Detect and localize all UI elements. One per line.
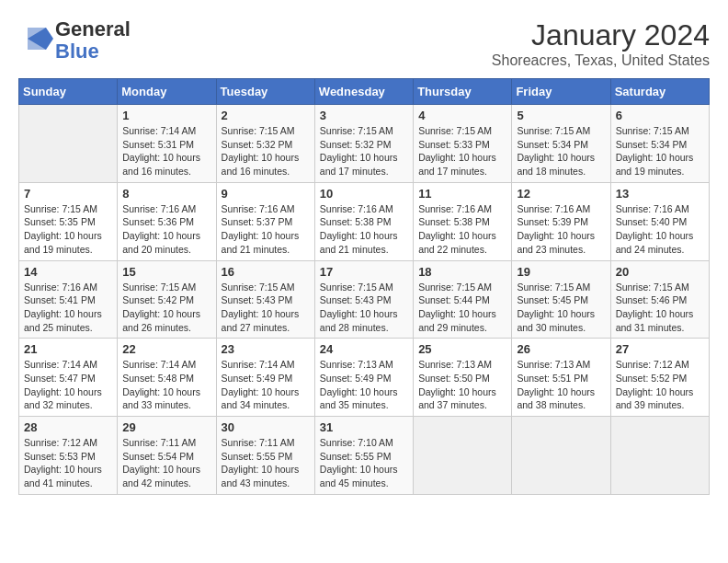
day-number: 23 <box>222 342 310 356</box>
day-number: 31 <box>320 420 408 434</box>
day-info: Sunrise: 7:15 AMSunset: 5:43 PMDaylight:… <box>222 281 310 335</box>
day-cell: 8Sunrise: 7:16 AMSunset: 5:36 PMDaylight… <box>118 182 216 260</box>
day-number: 3 <box>320 109 408 122</box>
day-number: 14 <box>24 265 112 279</box>
header-cell-wednesday: Wednesday <box>314 79 413 105</box>
day-info: Sunrise: 7:15 AMSunset: 5:42 PMDaylight:… <box>122 281 210 335</box>
day-cell: 27Sunrise: 7:12 AMSunset: 5:52 PMDayligh… <box>610 339 709 417</box>
day-number: 21 <box>24 342 112 356</box>
header-row: SundayMondayTuesdayWednesdayThursdayFrid… <box>19 79 710 105</box>
calendar-table: SundayMondayTuesdayWednesdayThursdayFrid… <box>18 78 710 495</box>
day-cell: 6Sunrise: 7:15 AMSunset: 5:34 PMDaylight… <box>610 105 709 183</box>
day-info: Sunrise: 7:11 AMSunset: 5:55 PMDaylight:… <box>222 436 310 490</box>
day-info: Sunrise: 7:10 AMSunset: 5:55 PMDaylight:… <box>320 436 408 490</box>
day-cell: 17Sunrise: 7:15 AMSunset: 5:43 PMDayligh… <box>314 260 413 339</box>
day-cell: 3Sunrise: 7:15 AMSunset: 5:32 PMDaylight… <box>314 105 413 183</box>
page-header: General Blue January 2024 Shoreacres, Te… <box>18 18 710 69</box>
day-cell: 12Sunrise: 7:16 AMSunset: 5:39 PMDayligh… <box>512 182 610 260</box>
day-cell <box>19 105 118 183</box>
day-info: Sunrise: 7:15 AMSunset: 5:35 PMDaylight:… <box>24 202 112 257</box>
day-info: Sunrise: 7:13 AMSunset: 5:50 PMDaylight:… <box>418 358 506 412</box>
day-cell: 18Sunrise: 7:15 AMSunset: 5:44 PMDayligh… <box>414 260 512 339</box>
day-cell: 13Sunrise: 7:16 AMSunset: 5:40 PMDayligh… <box>610 182 709 260</box>
day-number: 13 <box>616 187 704 201</box>
day-info: Sunrise: 7:15 AMSunset: 5:44 PMDaylight:… <box>418 281 506 335</box>
day-number: 18 <box>418 265 506 279</box>
day-number: 15 <box>122 265 210 279</box>
day-cell <box>512 417 610 495</box>
day-number: 4 <box>418 109 506 122</box>
day-number: 9 <box>222 187 310 201</box>
day-number: 27 <box>616 342 704 356</box>
day-info: Sunrise: 7:12 AMSunset: 5:53 PMDaylight:… <box>24 436 112 490</box>
day-info: Sunrise: 7:16 AMSunset: 5:41 PMDaylight:… <box>24 281 112 335</box>
day-number: 19 <box>517 265 605 279</box>
day-cell: 22Sunrise: 7:14 AMSunset: 5:48 PMDayligh… <box>118 339 216 417</box>
day-number: 16 <box>222 265 310 279</box>
day-number: 17 <box>320 265 408 279</box>
day-cell: 9Sunrise: 7:16 AMSunset: 5:37 PMDaylight… <box>216 182 314 260</box>
day-cell: 10Sunrise: 7:16 AMSunset: 5:38 PMDayligh… <box>314 182 413 260</box>
day-info: Sunrise: 7:15 AMSunset: 5:34 PMDaylight:… <box>616 124 704 178</box>
day-info: Sunrise: 7:13 AMSunset: 5:51 PMDaylight:… <box>517 358 605 412</box>
calendar-body: 1Sunrise: 7:14 AMSunset: 5:31 PMDaylight… <box>19 105 710 495</box>
logo: General Blue <box>18 18 131 63</box>
day-number: 10 <box>320 187 408 201</box>
calendar-subtitle: Shoreacres, Texas, United States <box>492 52 710 69</box>
day-info: Sunrise: 7:11 AMSunset: 5:54 PMDaylight:… <box>122 436 210 490</box>
day-cell: 24Sunrise: 7:13 AMSunset: 5:49 PMDayligh… <box>314 339 413 417</box>
day-cell: 1Sunrise: 7:14 AMSunset: 5:31 PMDaylight… <box>118 105 216 183</box>
day-info: Sunrise: 7:16 AMSunset: 5:40 PMDaylight:… <box>616 202 704 257</box>
title-block: January 2024 Shoreacres, Texas, United S… <box>492 18 710 69</box>
day-cell: 26Sunrise: 7:13 AMSunset: 5:51 PMDayligh… <box>512 339 610 417</box>
day-cell: 7Sunrise: 7:15 AMSunset: 5:35 PMDaylight… <box>19 182 118 260</box>
day-number: 11 <box>418 187 506 201</box>
day-number: 1 <box>122 109 210 122</box>
day-number: 29 <box>122 420 210 434</box>
week-row-3: 14Sunrise: 7:16 AMSunset: 5:41 PMDayligh… <box>19 260 710 339</box>
day-info: Sunrise: 7:15 AMSunset: 5:32 PMDaylight:… <box>320 124 408 178</box>
calendar-header: SundayMondayTuesdayWednesdayThursdayFrid… <box>19 79 710 105</box>
header-cell-thursday: Thursday <box>414 79 512 105</box>
day-info: Sunrise: 7:15 AMSunset: 5:32 PMDaylight:… <box>222 124 310 178</box>
day-cell: 29Sunrise: 7:11 AMSunset: 5:54 PMDayligh… <box>118 417 216 495</box>
week-row-5: 28Sunrise: 7:12 AMSunset: 5:53 PMDayligh… <box>19 417 710 495</box>
day-number: 7 <box>24 187 112 201</box>
day-number: 12 <box>517 187 605 201</box>
day-cell: 23Sunrise: 7:14 AMSunset: 5:49 PMDayligh… <box>216 339 314 417</box>
day-info: Sunrise: 7:16 AMSunset: 5:38 PMDaylight:… <box>320 202 408 257</box>
day-info: Sunrise: 7:16 AMSunset: 5:37 PMDaylight:… <box>222 202 310 257</box>
day-info: Sunrise: 7:15 AMSunset: 5:46 PMDaylight:… <box>616 281 704 335</box>
day-info: Sunrise: 7:14 AMSunset: 5:48 PMDaylight:… <box>122 358 210 412</box>
header-cell-tuesday: Tuesday <box>216 79 314 105</box>
day-cell: 19Sunrise: 7:15 AMSunset: 5:45 PMDayligh… <box>512 260 610 339</box>
day-number: 8 <box>122 187 210 201</box>
day-cell: 31Sunrise: 7:10 AMSunset: 5:55 PMDayligh… <box>314 417 413 495</box>
day-cell: 4Sunrise: 7:15 AMSunset: 5:33 PMDaylight… <box>414 105 512 183</box>
day-number: 2 <box>222 109 310 122</box>
day-number: 20 <box>616 265 704 279</box>
week-row-1: 1Sunrise: 7:14 AMSunset: 5:31 PMDaylight… <box>19 105 710 183</box>
logo-icon <box>18 20 55 57</box>
day-cell: 11Sunrise: 7:16 AMSunset: 5:38 PMDayligh… <box>414 182 512 260</box>
day-info: Sunrise: 7:15 AMSunset: 5:43 PMDaylight:… <box>320 281 408 335</box>
day-info: Sunrise: 7:12 AMSunset: 5:52 PMDaylight:… <box>616 358 704 412</box>
day-cell: 16Sunrise: 7:15 AMSunset: 5:43 PMDayligh… <box>216 260 314 339</box>
logo-text: General Blue <box>55 18 131 63</box>
header-cell-saturday: Saturday <box>610 79 709 105</box>
header-cell-friday: Friday <box>512 79 610 105</box>
day-info: Sunrise: 7:15 AMSunset: 5:34 PMDaylight:… <box>517 124 605 178</box>
day-cell: 15Sunrise: 7:15 AMSunset: 5:42 PMDayligh… <box>118 260 216 339</box>
day-number: 24 <box>320 342 408 356</box>
day-number: 6 <box>616 109 704 122</box>
day-number: 28 <box>24 420 112 434</box>
day-cell: 2Sunrise: 7:15 AMSunset: 5:32 PMDaylight… <box>216 105 314 183</box>
day-cell: 30Sunrise: 7:11 AMSunset: 5:55 PMDayligh… <box>216 417 314 495</box>
day-cell <box>610 417 709 495</box>
day-info: Sunrise: 7:13 AMSunset: 5:49 PMDaylight:… <box>320 358 408 412</box>
day-cell: 28Sunrise: 7:12 AMSunset: 5:53 PMDayligh… <box>19 417 118 495</box>
week-row-4: 21Sunrise: 7:14 AMSunset: 5:47 PMDayligh… <box>19 339 710 417</box>
day-cell: 20Sunrise: 7:15 AMSunset: 5:46 PMDayligh… <box>610 260 709 339</box>
day-info: Sunrise: 7:15 AMSunset: 5:45 PMDaylight:… <box>517 281 605 335</box>
day-info: Sunrise: 7:14 AMSunset: 5:49 PMDaylight:… <box>222 358 310 412</box>
